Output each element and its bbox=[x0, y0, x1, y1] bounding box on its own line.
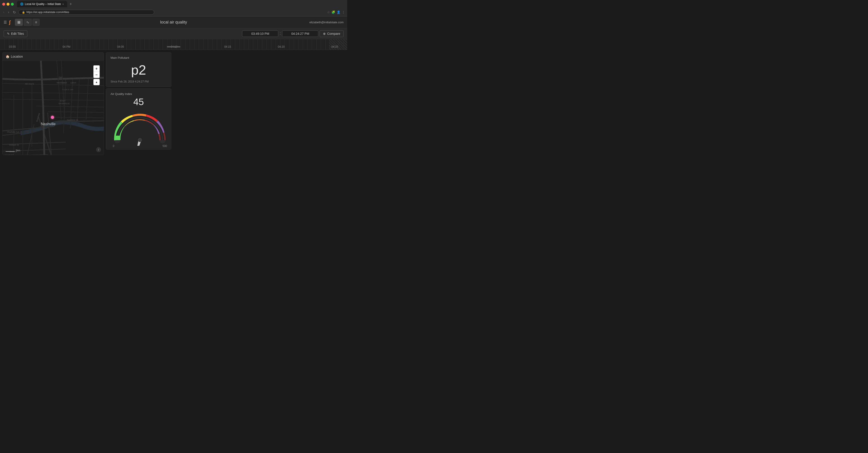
browser-toolbar: ‹ › ↻ 🔒 https://iot.app.initialstate.com… bbox=[0, 8, 347, 16]
map-controls: + − ▲ bbox=[93, 65, 100, 85]
right-panel: Main Pollutant p2 Since Feb 28, 2019 4:2… bbox=[106, 52, 345, 155]
wave-view-toggle[interactable]: ∿ bbox=[24, 19, 32, 26]
user-email: elizabeth@initialstate.com bbox=[309, 21, 344, 24]
svg-text:5th Ave N: 5th Ave N bbox=[25, 83, 34, 85]
app-header: ☰ ∫ ⊞ ∿ ≡ local air quality elizabeth@in… bbox=[0, 17, 347, 28]
gauge-svg bbox=[111, 110, 169, 146]
aqi-tile: Air Quality Index 45 bbox=[106, 88, 171, 150]
zoom-in-button[interactable]: + bbox=[93, 65, 100, 72]
aqi-value: 45 bbox=[111, 96, 166, 108]
minimize-window-button[interactable] bbox=[6, 3, 9, 6]
pollutant-tile-label: Main Pollutant bbox=[111, 56, 166, 59]
home-icon: 🏠 bbox=[6, 55, 9, 58]
svg-text:Division St: Division St bbox=[9, 144, 19, 146]
timeline-label-6: 04:25 bbox=[331, 45, 338, 49]
menu-button[interactable]: ⋮ bbox=[342, 10, 345, 14]
tab-favicon: 🌐 bbox=[20, 2, 24, 6]
timeline-label-2: 04:05 bbox=[117, 45, 124, 49]
browser-chrome: 🌐 Local Air Quality – Initial State ✕ + … bbox=[0, 0, 347, 17]
gauge-container: 0 500 bbox=[111, 110, 169, 146]
svg-rect-47 bbox=[116, 135, 120, 140]
map-svg: Division St South St Hayes St Edgehill A… bbox=[2, 61, 104, 155]
profile-button[interactable]: 👤 bbox=[337, 10, 340, 14]
tab-close-button[interactable]: ✕ bbox=[62, 3, 64, 5]
app-title: local air quality bbox=[160, 20, 187, 25]
scale-label: 1km bbox=[16, 149, 20, 152]
active-tab[interactable]: 🌐 Local Air Quality – Initial State ✕ bbox=[17, 1, 67, 7]
timeline-handle[interactable] bbox=[167, 46, 180, 48]
gauge-max-label: 500 bbox=[162, 145, 167, 148]
end-time-input[interactable]: 04:24:27 PM bbox=[282, 31, 318, 37]
compare-icon: ⊕ bbox=[323, 32, 326, 35]
svg-text:S 14th: S 14th bbox=[68, 89, 73, 91]
reload-button[interactable]: ↻ bbox=[12, 10, 17, 15]
app-logo[interactable]: ∫ bbox=[9, 20, 10, 25]
list-view-toggle[interactable]: ≡ bbox=[33, 19, 39, 26]
view-toggles: ⊞ ∿ ≡ bbox=[15, 19, 39, 26]
svg-text:Lisbon: Lisbon bbox=[70, 82, 76, 84]
timeline-label-4: 04:15 bbox=[224, 45, 231, 49]
url-text: https://iot.app.initialstate.com/#/tiles bbox=[26, 11, 69, 14]
compare-label: Compare bbox=[327, 32, 340, 35]
close-window-button[interactable] bbox=[2, 3, 5, 6]
tab-title: Local Air Quality – Initial State bbox=[25, 2, 61, 6]
main-content: 🏠 🏠 Location Location bbox=[0, 50, 347, 157]
svg-text:Davidson St: Davidson St bbox=[67, 119, 78, 121]
svg-text:NASHVILLE: NASHVILLE bbox=[59, 102, 70, 105]
pencil-icon: ✎ bbox=[7, 32, 10, 35]
svg-text:EAST: EAST bbox=[60, 100, 66, 102]
time-range: 03:49:10 PM : 04:24:27 PM ⊕ Compare bbox=[242, 30, 344, 37]
svg-text:S 12th: S 12th bbox=[62, 89, 68, 91]
compare-button[interactable]: ⊕ Compare bbox=[320, 30, 344, 37]
location-tile: 🏠 🏠 Location Location bbox=[2, 52, 104, 155]
grid-view-toggle[interactable]: ⊞ bbox=[15, 19, 23, 26]
gauge-min-label: 0 bbox=[113, 145, 114, 148]
timeline-label-1: 04 PM bbox=[63, 45, 70, 49]
map-info-button[interactable]: i bbox=[96, 147, 101, 152]
timeline-label-5: 04:20 bbox=[278, 45, 285, 49]
menu-icon[interactable]: ☰ bbox=[4, 20, 7, 24]
lock-icon: 🔒 bbox=[22, 11, 25, 14]
compass-button[interactable]: ▲ bbox=[93, 79, 100, 85]
main-pollutant-tile: Main Pollutant p2 Since Feb 28, 2019 4:2… bbox=[106, 52, 171, 87]
timeline-label-0: 03:55 bbox=[9, 45, 16, 49]
map-location-pin bbox=[51, 116, 54, 119]
tab-bar: 🌐 Local Air Quality – Initial State ✕ + bbox=[17, 1, 345, 7]
forward-button[interactable]: › bbox=[7, 10, 10, 15]
extensions-button[interactable]: 🧩 bbox=[331, 10, 335, 14]
scale-bar bbox=[6, 151, 15, 152]
svg-text:Nashville: Nashville bbox=[41, 122, 56, 126]
svg-text:Charlotte Ave: Charlotte Ave bbox=[7, 131, 19, 133]
svg-line-23 bbox=[52, 117, 104, 118]
browser-actions: ☆ 🧩 👤 ⋮ bbox=[327, 10, 345, 14]
zoom-out-button[interactable]: − bbox=[93, 72, 100, 78]
address-bar[interactable]: 🔒 https://iot.app.initialstate.com/#/til… bbox=[19, 10, 154, 15]
map-container[interactable]: Division St South St Hayes St Edgehill A… bbox=[2, 61, 104, 155]
traffic-lights bbox=[2, 3, 14, 6]
map-scale: 1km bbox=[6, 149, 20, 152]
browser-titlebar: 🌐 Local Air Quality – Initial State ✕ + bbox=[0, 0, 347, 8]
edit-tiles-button[interactable]: ✎ ✎ Edit Tiles Edit Tiles bbox=[4, 30, 27, 37]
svg-text:Vanderbilt: Vanderbilt bbox=[5, 154, 14, 155]
edit-bar: ✎ ✎ Edit Tiles Edit Tiles 03:49:10 PM : … bbox=[0, 28, 347, 39]
pollutant-since: Since Feb 28, 2019 4:24:27 PM bbox=[111, 80, 166, 83]
svg-text:Neil: Neil bbox=[59, 76, 62, 78]
svg-text:Ave: Ave bbox=[64, 82, 67, 84]
back-button[interactable]: ‹ bbox=[2, 10, 5, 15]
timeline[interactable]: 03:55 04 PM 04:05 04:10 04:15 04:20 04:2… bbox=[0, 39, 347, 50]
svg-rect-1 bbox=[2, 61, 104, 155]
maximize-window-button[interactable] bbox=[11, 3, 14, 6]
pollutant-value: p2 bbox=[111, 62, 166, 78]
time-separator: : bbox=[280, 31, 281, 36]
bookmark-button[interactable]: ☆ bbox=[327, 10, 330, 14]
new-tab-button[interactable]: + bbox=[68, 2, 73, 6]
aqi-tile-label: Air Quality Index bbox=[111, 92, 166, 96]
location-tile-header: 🏠 🏠 Location Location bbox=[2, 53, 104, 61]
start-time-input[interactable]: 03:49:10 PM bbox=[242, 31, 278, 37]
